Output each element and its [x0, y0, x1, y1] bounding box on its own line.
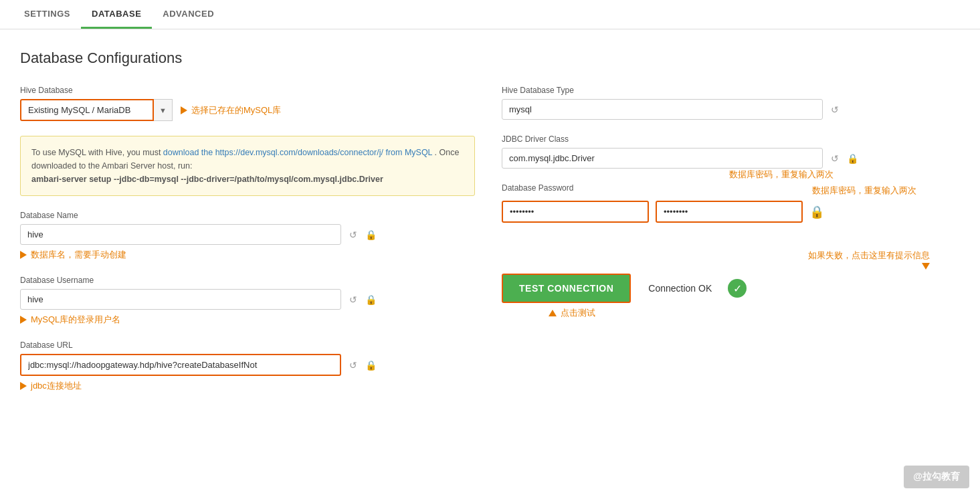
connection-ok-text: Connection OK [648, 283, 712, 294]
two-col-layout: Hive Database ▼ 选择已存在的MySQL库 T [20, 86, 960, 407]
database-username-refresh-icon[interactable]: ↺ [347, 292, 360, 308]
database-name-field-group: Database Name ↺ 🔒 数据库名，需要手动创建 [20, 211, 475, 261]
test-connection-area: 如果失败，点击这里有提示信息 TEST CONNECTION Connectio… [502, 250, 957, 319]
database-url-lock-icon: 🔒 [365, 360, 377, 371]
database-url-row: ↺ 🔒 [20, 354, 475, 376]
info-box: To use MySQL with Hive, you must downloa… [20, 136, 475, 196]
db-password-annotation-inline: 数据库密码，重复输入两次 [812, 185, 916, 197]
connection-ok-icon: ✓ [728, 279, 747, 298]
hive-database-dropdown[interactable]: ▼ [154, 99, 173, 121]
database-url-label: Database URL [20, 340, 475, 350]
arrow-right-icon [181, 106, 187, 114]
database-url-field-group: Database URL ↺ 🔒 jdbc连接地址 [20, 340, 475, 392]
test-connection-annotation: 点击测试 [561, 307, 595, 319]
jdbc-driver-field-group: JDBC Driver Class ↺ 🔒 [502, 134, 957, 169]
jdbc-driver-refresh-icon[interactable]: ↺ [828, 151, 842, 167]
hive-db-type-input[interactable] [502, 99, 823, 120]
db-password-annotation: 数据库密码，重复输入两次 [729, 169, 834, 181]
database-name-refresh-icon[interactable]: ↺ [347, 227, 360, 243]
hive-database-annotation: 选择已存在的MySQL库 [191, 104, 281, 116]
database-username-field-group: Database Username ↺ 🔒 MySQL库的登录用户名 [20, 276, 475, 326]
database-name-row: ↺ 🔒 [20, 224, 475, 245]
hive-db-type-label: Hive Database Type [502, 86, 957, 95]
database-url-refresh-icon[interactable]: ↺ [347, 357, 360, 373]
tab-database[interactable]: DATABASE [81, 1, 152, 29]
info-command: ambari-server setup --jdbc-db=mysql --jd… [31, 175, 383, 184]
right-column: Hive Database Type ↺ JDBC Driver Class ↺… [502, 86, 957, 407]
tab-settings[interactable]: SETTINGS [13, 1, 81, 29]
jdbc-driver-input[interactable] [502, 148, 823, 169]
jdbc-driver-lock-icon: 🔒 [847, 153, 858, 164]
database-password-label: Database Password [502, 183, 709, 193]
database-username-input[interactable] [20, 289, 341, 310]
hive-database-field-group: Hive Database ▼ 选择已存在的MySQL库 [20, 86, 475, 121]
database-name-label: Database Name [20, 211, 475, 220]
password-lock-icon: 🔒 [809, 205, 824, 219]
database-password-field-group: Database Password 数据库密码，重复输入两次 数据库密码，重复输… [502, 183, 957, 223]
db-username-arrow-icon [20, 316, 27, 324]
database-url-input[interactable] [20, 354, 341, 376]
db-url-arrow-icon [20, 382, 27, 390]
top-nav: SETTINGS DATABASE ADVANCED [0, 0, 980, 29]
database-username-lock-icon: 🔒 [365, 294, 377, 305]
database-name-input[interactable] [20, 224, 341, 245]
test-connection-button[interactable]: TEST CONNECTION [502, 274, 631, 303]
db-name-arrow-icon [20, 251, 27, 259]
hive-db-type-row: ↺ [502, 99, 957, 120]
database-password-input[interactable] [502, 201, 649, 223]
page-title: Database Configurations [20, 49, 960, 67]
jdbc-driver-label: JDBC Driver Class [502, 134, 957, 144]
database-username-label: Database Username [20, 276, 475, 285]
jdbc-driver-row: ↺ 🔒 [502, 148, 957, 169]
hive-database-label: Hive Database [20, 86, 475, 95]
hive-db-type-field-group: Hive Database Type ↺ [502, 86, 957, 120]
database-name-lock-icon: 🔒 [365, 229, 377, 240]
hive-db-type-refresh-icon[interactable]: ↺ [828, 102, 842, 118]
test-conn-up-arrow-icon [549, 310, 557, 316]
tab-advanced[interactable]: ADVANCED [152, 1, 225, 29]
database-name-annotation: 数据库名，需要手动创建 [31, 249, 126, 261]
fail-annotation: 如果失败，点击这里有提示信息 [808, 250, 930, 262]
page-content: Database Configurations Hive Database ▼ … [0, 29, 980, 427]
fail-arrow-icon [922, 263, 930, 270]
database-username-row: ↺ 🔒 [20, 289, 475, 310]
database-url-annotation: jdbc连接地址 [31, 380, 82, 392]
info-link[interactable]: download the https://dev.mysql.com/downl… [163, 148, 432, 157]
database-password-confirm-input[interactable] [656, 201, 803, 223]
database-username-annotation: MySQL库的登录用户名 [31, 314, 120, 326]
left-column: Hive Database ▼ 选择已存在的MySQL库 T [20, 86, 475, 407]
info-text-1: To use MySQL with Hive, you must [31, 148, 163, 157]
dropdown-arrow-icon: ▼ [159, 106, 167, 114]
hive-database-input[interactable] [20, 99, 154, 121]
